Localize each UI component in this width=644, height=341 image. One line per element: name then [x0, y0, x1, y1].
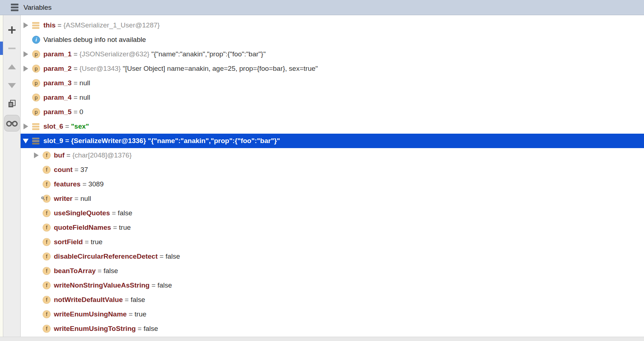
variable-name: param_2 — [43, 65, 72, 72]
add-watch-button[interactable] — [7, 25, 17, 35]
variable-row[interactable]: fwriteEnumUsingToString = false — [21, 321, 644, 336]
object-icon — [32, 123, 43, 130]
variable-row[interactable]: fbeanToArray = false — [21, 264, 644, 278]
variable-name: writer — [54, 195, 73, 202]
variable-label: writeEnumUsingToString = false — [54, 325, 158, 333]
variable-row[interactable]: fwriteNonStringValueAsString = false — [21, 278, 644, 293]
field-icon: f — [43, 180, 54, 188]
variable-row[interactable]: fbuf = {char[2048]@1376} — [21, 148, 644, 163]
field-icon: f — [43, 151, 54, 159]
variable-row[interactable]: fwriter = null — [21, 191, 644, 206]
variable-label: writeNonStringValueAsString = false — [54, 281, 172, 289]
variable-row[interactable]: fquoteFieldNames = true — [21, 220, 644, 235]
variable-label: writer = null — [54, 195, 91, 203]
variable-row[interactable]: fsortField = true — [21, 235, 644, 249]
field-icon: f — [43, 325, 54, 333]
variable-row[interactable]: pparam_5 = 0 — [21, 105, 644, 119]
variable-name: this — [43, 21, 56, 29]
variable-label: quoteFieldNames = true — [54, 224, 131, 232]
parameter-icon: p — [32, 94, 43, 102]
variable-row[interactable]: fnotWriteDefaultValue = false — [21, 293, 644, 307]
variable-value: false — [130, 296, 145, 303]
variable-label: beanToArray = false — [54, 267, 118, 275]
variables-tree[interactable]: this = {ASMSerializer_1_User@1287}iVaria… — [21, 15, 644, 337]
duplicate-button[interactable] — [7, 99, 17, 109]
variable-name: writeNonStringValueAsString — [54, 281, 150, 289]
variable-row[interactable]: fuseSingleQuotes = false — [21, 206, 644, 220]
expand-arrow-icon[interactable] — [22, 22, 32, 28]
variable-label: writeEnumUsingName = true — [54, 310, 146, 318]
expand-arrow-icon[interactable] — [33, 152, 43, 158]
variables-panel-icon — [11, 4, 18, 11]
variable-value: true — [119, 224, 131, 231]
variable-name: writeEnumUsingName — [54, 310, 127, 318]
variable-row[interactable]: this = {ASMSerializer_1_User@1287} — [21, 18, 644, 33]
expand-arrow-icon[interactable] — [22, 124, 32, 129]
parameter-icon: p — [32, 108, 43, 116]
triangle-up-icon — [8, 64, 16, 70]
expand-arrow-icon[interactable] — [22, 66, 32, 72]
variable-row[interactable]: ffeatures = 3089 — [21, 177, 644, 191]
remove-watch-button[interactable] — [7, 44, 17, 53]
field-icon: f — [43, 224, 54, 232]
variable-value: null — [80, 79, 90, 87]
variable-value: true — [134, 310, 146, 318]
variable-value: false — [143, 325, 158, 332]
variable-label: disableCircularReferenceDetect = false — [54, 252, 180, 260]
variable-row[interactable]: pparam_4 = null — [21, 90, 644, 105]
variable-value: 3089 — [89, 180, 104, 188]
variable-name: slot_9 — [43, 137, 63, 144]
field-icon: f — [43, 310, 54, 318]
variable-name: beanToArray — [54, 267, 96, 275]
variable-row[interactable]: fcount = 37 — [21, 163, 644, 177]
variable-name: buf — [54, 151, 65, 159]
variable-name: sortField — [54, 238, 83, 246]
variable-value: false — [158, 281, 172, 289]
variable-value: true — [91, 238, 103, 246]
info-message: Variables debug info not available — [43, 36, 146, 44]
variable-row[interactable]: slot_6 = "sex" — [21, 119, 644, 134]
variable-row[interactable]: pparam_1 = {JSONSerializer@632} "{"name"… — [21, 47, 644, 61]
parameter-icon: p — [32, 79, 43, 87]
info-icon: i — [32, 36, 43, 44]
variable-row[interactable]: fwriteEnumUsingName = true — [21, 307, 644, 321]
variable-label: param_4 = null — [43, 94, 90, 102]
panel-title: Variables — [23, 4, 52, 12]
variable-label: notWriteDefaultValue = false — [54, 296, 145, 304]
variable-value: {User@1343} — [80, 65, 121, 72]
variable-row[interactable]: pparam_2 = {User@1343} "[User Object] na… — [21, 61, 644, 76]
variable-row[interactable]: fdisableCircularReferenceDetect = false — [21, 249, 644, 264]
field-icon: f — [43, 296, 54, 304]
panel-header: Variables — [0, 0, 644, 15]
variable-value: "{"name":"anakin","prop":{"foo":"bar"}" — [151, 50, 266, 58]
glasses-icon — [5, 118, 18, 128]
variable-row[interactable]: slot_9 = {SerializeWriter@1336} "{"name"… — [21, 134, 644, 148]
info-row[interactable]: iVariables debug info not available — [21, 33, 644, 47]
variable-row[interactable]: pparam_3 = null — [21, 76, 644, 90]
variable-value: false — [166, 252, 180, 260]
field-icon: f — [43, 195, 54, 203]
variable-label: this = {ASMSerializer_1_User@1287} — [43, 21, 160, 29]
pin-icon — [41, 196, 46, 202]
panel-bottom-edge — [0, 337, 644, 341]
variable-name: disableCircularReferenceDetect — [54, 252, 158, 260]
field-icon: f — [43, 209, 54, 217]
variable-label: sortField = true — [54, 238, 103, 246]
field-icon: f — [43, 252, 54, 260]
expand-arrow-icon[interactable] — [22, 51, 32, 57]
copy-icon — [7, 99, 17, 109]
field-icon: f — [43, 238, 54, 246]
collapse-arrow-icon[interactable] — [22, 139, 32, 143]
move-up-button[interactable] — [8, 64, 16, 70]
evaluate-watches-button[interactable] — [4, 115, 20, 131]
variable-value: "{"name":"anakin","prop":{"foo":"bar"}" — [148, 137, 280, 144]
variable-name: param_1 — [43, 50, 72, 58]
variable-label: param_5 = 0 — [43, 108, 83, 116]
variable-label: buf = {char[2048]@1376} — [54, 151, 132, 159]
variable-value: null — [80, 94, 90, 101]
variable-name: param_4 — [43, 94, 72, 101]
move-down-button[interactable] — [8, 83, 16, 89]
variable-value: {JSONSerializer@632} — [80, 50, 150, 58]
variable-value: null — [80, 195, 91, 202]
variable-label: useSingleQuotes = false — [54, 209, 132, 217]
